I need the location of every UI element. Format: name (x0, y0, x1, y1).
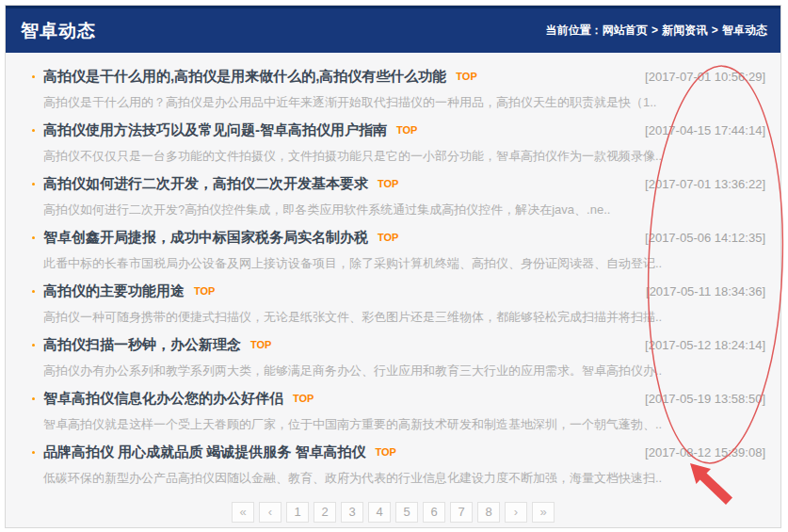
pagination-page-4[interactable]: 4 (368, 502, 391, 523)
pagination-page-7[interactable]: 7 (450, 502, 473, 523)
news-date: [2017-05-11 18:34:36] (646, 284, 765, 298)
news-title-link[interactable]: 高拍仪扫描一秒钟，办公新理念 (43, 336, 241, 354)
top-badge: TOP (250, 339, 271, 350)
news-date: [2017-05-19 13:58:50] (645, 392, 765, 406)
pagination-page-5[interactable]: 5 (395, 502, 418, 523)
bullet-icon (32, 451, 35, 454)
pagination-page-6[interactable]: 6 (423, 502, 445, 523)
news-summary: 高拍仪办有办公系列和教学系列两大类，能够满足商务办公、行业应用和教育三大行业的应… (24, 363, 765, 379)
news-date: [2017-08-12 15:39:08] (645, 445, 765, 459)
news-date: [2017-07-01 13:36:22] (645, 177, 765, 191)
top-badge: TOP (378, 178, 398, 189)
bullet-icon (32, 75, 35, 78)
news-title-link[interactable]: 高拍仪是干什么用的,高拍仪是用来做什么的,高拍仪有些什么功能 (43, 68, 446, 86)
news-date: [2017-05-06 14:12:35] (645, 231, 765, 245)
top-badge: TOP (194, 285, 215, 297)
news-list-item: 高拍仪使用方法技巧以及常见问题-智卓高拍仪用户指南 TOP [2017-04-1… (24, 120, 765, 173)
news-list-item: 高拍仪扫描一秒钟，办公新理念 TOP [2017-05-12 18:24:14]… (24, 334, 765, 388)
news-summary: 高拍仪不仅仅只是一台多功能的文件拍摄仪，文件拍摄功能只是它的一小部分功能，智卓高… (24, 148, 765, 165)
news-title-row: 高拍仪的主要功能用途 TOP [2017-05-11 18:34:36] (24, 281, 765, 301)
news-summary: 低碳环保的新型办公产品高拍仪因随以金融、教育、政府为代表的行业信息化建设力度不断… (24, 470, 765, 487)
news-title-link[interactable]: 高拍仪如何进行二次开发，高拍仪二次开发基本要求 (43, 175, 368, 193)
bullet-icon (32, 290, 35, 293)
section-header: 智卓动态 当前位置：网站首页 > 新闻资讯 > 智卓动态 (6, 6, 780, 53)
news-title-row: 智卓高拍仪信息化办公您的办公好伴侣 TOP [2017-05-19 13:58:… (24, 388, 765, 409)
news-list-item: 高拍仪如何进行二次开发，高拍仪二次开发基本要求 TOP [2017-07-01 … (24, 173, 765, 227)
bullet-icon (32, 129, 35, 132)
breadcrumb: 当前位置：网站首页 > 新闻资讯 > 智卓动态 (546, 23, 767, 39)
top-badge: TOP (396, 124, 417, 136)
pagination-next-button[interactable]: › (505, 502, 527, 523)
news-summary: 高拍仪是干什么用的？高拍仪是办公用品中近年来逐渐开始取代扫描仪的一种用品，高拍仪… (24, 94, 765, 111)
news-title-link[interactable]: 高拍仪使用方法技巧以及常见问题-智卓高拍仪用户指南 (43, 121, 387, 139)
news-summary: 高拍仪一种可随身携带的便捷式扫描仪，无论是纸张文件、彩色图片还是三维物体，都能够… (24, 309, 765, 326)
breadcrumb-link-news[interactable]: 新闻资讯 (662, 24, 707, 37)
news-date: [2017-04-15 17:44:14] (645, 123, 765, 137)
breadcrumb-separator: > (648, 24, 663, 37)
top-badge: TOP (378, 232, 398, 243)
news-summary: 高拍仪如何进行二次开发?高拍仪控件集成，即各类应用软件系统通过集成高拍仪控件，解… (24, 202, 765, 218)
news-list-item: 品牌高拍仪 用心成就品质 竭诚提供服务 智卓高拍仪 TOP [2017-08-1… (24, 442, 765, 495)
pagination-first-button[interactable]: « (232, 502, 254, 523)
news-list-item: 高拍仪是干什么用的,高拍仪是用来做什么的,高拍仪有些什么功能 TOP [2017… (24, 66, 765, 120)
news-title-row: 高拍仪使用方法技巧以及常见问题-智卓高拍仪用户指南 TOP [2017-04-1… (24, 120, 765, 140)
news-list-item: 智卓创鑫开局捷报，成功中标国家税务局实名制办税 TOP [2017-05-06 … (24, 227, 765, 281)
page-title: 智卓动态 (21, 19, 96, 43)
bullet-icon (32, 236, 35, 239)
pagination-page-8[interactable]: 8 (477, 502, 500, 523)
news-title-row: 高拍仪是干什么用的,高拍仪是用来做什么的,高拍仪有些什么功能 TOP [2017… (24, 66, 765, 87)
news-title-row: 高拍仪扫描一秒钟，办公新理念 TOP [2017-05-12 18:24:14] (24, 334, 765, 355)
top-badge: TOP (293, 393, 314, 404)
news-date: [2017-05-12 18:24:14] (645, 338, 765, 352)
breadcrumb-link-home[interactable]: 网站首页 (603, 24, 648, 37)
news-title-row: 品牌高拍仪 用心成就品质 竭诚提供服务 智卓高拍仪 TOP [2017-08-1… (24, 442, 765, 462)
news-title-row: 智卓创鑫开局捷报，成功中标国家税务局实名制办税 TOP [2017-05-06 … (24, 227, 765, 248)
news-list-item: 高拍仪的主要功能用途 TOP [2017-05-11 18:34:36] 高拍仪… (24, 281, 765, 334)
pagination-page-2[interactable]: 2 (314, 502, 336, 523)
breadcrumb-prefix: 当前位置： (546, 24, 603, 37)
top-badge: TOP (456, 71, 476, 82)
page: 智卓动态 当前位置：网站首页 > 新闻资讯 > 智卓动态 高拍仪是干什么用的,高… (0, 0, 788, 532)
pagination-prev-button[interactable]: ‹ (259, 502, 281, 523)
bullet-icon (32, 344, 35, 347)
bullet-icon (32, 397, 35, 400)
news-date: [2017-07-01 10:56:29] (645, 70, 765, 84)
news-title-link[interactable]: 智卓创鑫开局捷报，成功中标国家税务局实名制办税 (43, 229, 368, 247)
bullet-icon (32, 183, 35, 185)
news-title-link[interactable]: 智卓高拍仪信息化办公您的办公好伴侣 (43, 390, 283, 408)
pagination-page-1[interactable]: 1 (286, 502, 309, 523)
pagination-page-3[interactable]: 3 (341, 502, 363, 523)
news-panel: 智卓动态 当前位置：网站首页 > 新闻资讯 > 智卓动态 高拍仪是干什么用的,高… (5, 5, 781, 528)
news-title-row: 高拍仪如何进行二次开发，高拍仪二次开发基本要求 TOP [2017-07-01 … (24, 173, 765, 194)
pagination: « ‹ 1 2 3 4 5 6 7 8 › » (6, 502, 780, 523)
news-title-link[interactable]: 高拍仪的主要功能用途 (43, 282, 185, 300)
news-summary: 智卓高拍仪就是这样一个受上天眷顾的厂家，位于中国南方重要的高新技术研发和制造基地… (24, 416, 765, 433)
breadcrumb-separator: > (707, 24, 722, 37)
breadcrumb-link-current[interactable]: 智卓动态 (722, 24, 767, 37)
top-badge: TOP (376, 446, 396, 458)
pagination-last-button[interactable]: » (532, 502, 555, 523)
news-list-item: 智卓高拍仪信息化办公您的办公好伴侣 TOP [2017-05-19 13:58:… (24, 388, 765, 442)
news-summary: 此番中标的长春市国税局办公设备及网上接访设备项目，除了采购计算机终端、高拍仪、身… (24, 255, 765, 272)
news-list: 高拍仪是干什么用的,高拍仪是用来做什么的,高拍仪有些什么功能 TOP [2017… (6, 53, 780, 495)
news-title-link[interactable]: 品牌高拍仪 用心成就品质 竭诚提供服务 智卓高拍仪 (43, 443, 366, 461)
